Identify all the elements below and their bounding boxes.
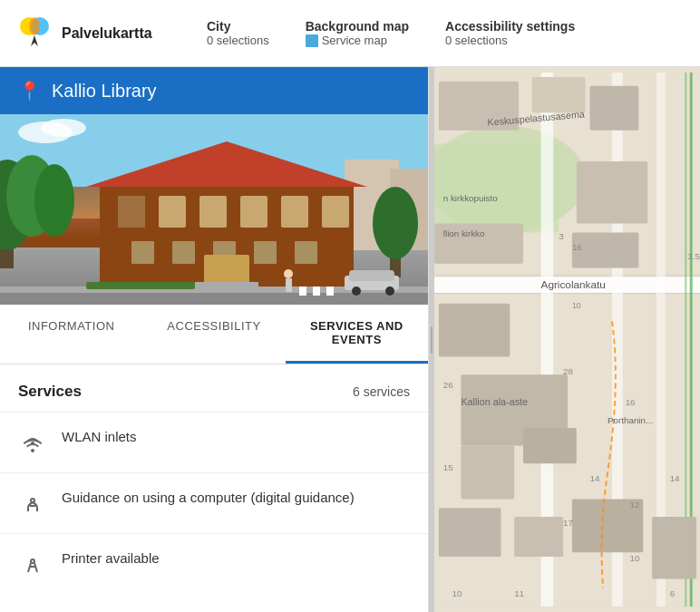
left-panel: 📍 Kallio Library: [0, 67, 429, 612]
svg-point-39: [284, 269, 293, 278]
svg-rect-33: [313, 287, 320, 296]
svg-point-38: [385, 287, 394, 296]
svg-text:14: 14: [670, 473, 680, 483]
tab-information[interactable]: INFORMATION: [0, 305, 142, 364]
logo-text: Palvelukartta: [62, 25, 152, 42]
location-pin-icon: 📍: [18, 80, 41, 102]
svg-text:11: 11: [514, 588, 524, 598]
svg-text:15: 15: [443, 462, 453, 472]
svg-rect-67: [439, 508, 501, 557]
logo-area: Palvelukartta: [15, 14, 178, 53]
svg-point-43: [31, 442, 34, 445]
service-guidance-label: Guidance on using a computer (digital gu…: [62, 488, 355, 507]
svg-rect-66: [523, 428, 577, 463]
svg-point-37: [352, 287, 361, 296]
svg-text:26: 26: [443, 380, 453, 390]
tab-accessibility[interactable]: ACCESSIBILITY: [142, 305, 285, 364]
service-printer-label: Printer available: [62, 549, 160, 568]
wlan-icon: [18, 429, 47, 458]
svg-rect-30: [0, 291, 428, 305]
svg-text:Agricolankatu: Agricolankatu: [541, 278, 606, 290]
svg-point-11: [34, 164, 74, 237]
background-map-label: Background map: [306, 19, 409, 34]
guidance-icon: [18, 490, 47, 519]
svg-text:28: 28: [563, 366, 573, 376]
svg-point-5: [41, 119, 86, 137]
svg-point-2: [29, 17, 40, 35]
svg-point-42: [32, 450, 34, 452]
svg-rect-61: [439, 304, 510, 357]
svg-rect-40: [286, 278, 292, 292]
svg-text:16: 16: [572, 242, 582, 252]
svg-rect-18: [281, 196, 308, 228]
svg-rect-65: [461, 446, 514, 500]
svg-rect-48: [434, 143, 559, 232]
service-item-guidance[interactable]: Guidance on using a computer (digital gu…: [0, 472, 428, 533]
svg-text:10: 10: [630, 553, 640, 563]
svg-rect-15: [159, 196, 186, 228]
svg-rect-14: [118, 196, 145, 228]
building-scene-svg: [0, 114, 428, 305]
svg-rect-17: [240, 196, 267, 228]
svg-rect-19: [322, 196, 349, 228]
svg-text:llion kirkko: llion kirkko: [443, 228, 485, 238]
svg-text:17: 17: [563, 518, 573, 528]
services-section: Services 6 services WLAN inlets: [0, 364, 428, 612]
svg-text:12: 12: [630, 500, 640, 510]
map-svg: 3 16 16 14 28 26 15 17 12 10 14 6 3.5 10…: [434, 67, 700, 612]
map-icon: [306, 34, 318, 47]
svg-text:10: 10: [572, 301, 581, 310]
background-map-value: Service map: [306, 34, 409, 47]
services-count: 6 services: [353, 384, 410, 399]
printer-icon: [18, 550, 47, 579]
svg-rect-23: [254, 241, 277, 264]
svg-point-45: [31, 559, 34, 563]
svg-rect-41: [86, 282, 195, 289]
svg-rect-68: [514, 517, 563, 557]
app-header: Palvelukartta City 0 selections Backgrou…: [0, 0, 700, 67]
svg-rect-25: [204, 255, 249, 287]
location-header: 📍 Kallio Library: [0, 67, 428, 114]
building-image: [0, 114, 428, 305]
svg-rect-24: [295, 241, 317, 264]
svg-text:n kirkkopuisto: n kirkkopuisto: [443, 193, 498, 203]
svg-rect-62: [577, 161, 647, 224]
services-header: Services 6 services: [0, 364, 428, 412]
svg-text:10: 10: [452, 588, 462, 598]
city-label: City: [207, 19, 269, 34]
svg-rect-36: [349, 270, 394, 281]
svg-rect-58: [532, 77, 586, 112]
tab-services-and-events[interactable]: SERVICES AND EVENTS: [286, 305, 428, 364]
svg-text:6: 6: [670, 588, 676, 598]
svg-text:Porthanin...: Porthanin...: [608, 415, 653, 425]
svg-point-29: [373, 187, 418, 259]
map-panel[interactable]: 3 16 16 14 28 26 15 17 12 10 14 6 3.5 10…: [434, 67, 700, 612]
svg-text:3.5: 3.5: [687, 251, 700, 261]
svg-rect-63: [572, 232, 638, 267]
svg-text:16: 16: [626, 398, 636, 408]
location-name: Kallio Library: [52, 81, 157, 102]
svg-text:3: 3: [559, 231, 564, 241]
svg-rect-59: [589, 86, 638, 131]
accessibility-value: 0 selections: [445, 34, 575, 47]
svg-rect-21: [172, 241, 195, 264]
logo-icon: [15, 14, 54, 53]
services-title: Services: [18, 383, 82, 401]
svg-rect-70: [652, 517, 696, 579]
svg-rect-32: [299, 287, 306, 296]
background-map-section[interactable]: Background map Service map: [306, 19, 409, 47]
service-item-wlan[interactable]: WLAN inlets: [0, 412, 428, 472]
city-section[interactable]: City 0 selections: [207, 19, 269, 47]
svg-rect-16: [199, 196, 227, 228]
accessibility-label: Accessibility settings: [445, 19, 575, 34]
service-item-printer[interactable]: Printer available: [0, 533, 428, 594]
main-content: 📍 Kallio Library: [0, 67, 700, 612]
service-wlan-label: WLAN inlets: [62, 427, 137, 446]
svg-point-44: [31, 499, 34, 502]
svg-rect-34: [326, 287, 334, 296]
accessibility-section[interactable]: Accessibility settings 0 selections: [445, 19, 575, 47]
svg-text:14: 14: [589, 473, 599, 483]
svg-rect-20: [131, 241, 154, 264]
city-value: 0 selections: [207, 34, 269, 47]
tabs-bar: INFORMATION ACCESSIBILITY SERVICES AND E…: [0, 305, 428, 364]
